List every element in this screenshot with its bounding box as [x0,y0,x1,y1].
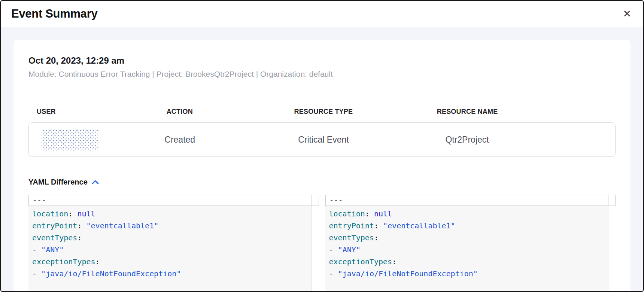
column-header-resource-name: RESOURCE NAME [395,108,539,116]
event-timestamp: Oct 20, 2023, 12:29 am [28,55,616,66]
action-value: Created [108,135,252,145]
column-header-resource-type: RESOURCE TYPE [252,108,395,116]
resource-name-value: Qtr2Project [395,135,539,145]
yaml-doc-separator-right: --- [325,195,609,206]
column-header-user: USER [28,108,108,116]
scrollbar-corner-right[interactable] [608,195,616,206]
yaml-diff-container: --- location: nullentryPoint: "eventcall… [28,195,616,291]
table-header-row: USER ACTION RESOURCE TYPE RESOURCE NAME [28,108,616,116]
chevron-up-icon [92,180,99,185]
event-summary-modal: Event Summary ✕ Oct 20, 2023, 12:29 am M… [0,0,644,292]
column-header-action: ACTION [108,108,252,116]
diff-topbar-left: --- [28,195,319,206]
diff-topbar-right: --- [325,195,616,206]
resource-type-value: Critical Event [252,135,395,145]
user-cell [29,129,108,150]
yaml-diff-panel-left: --- location: nullentryPoint: "eventcall… [28,195,319,291]
diff-body-right: location: nullentryPoint: "eventcallable… [325,206,616,291]
yaml-code-left: location: nullentryPoint: "eventcallable… [32,208,308,280]
page-title: Event Summary [11,7,97,21]
yaml-doc-separator-left: --- [28,195,312,206]
separator-text: --- [329,196,343,205]
scrollbar-corner-left[interactable] [312,195,319,206]
modal-body: Oct 20, 2023, 12:29 am Module: Continuou… [1,27,643,291]
yaml-difference-toggle[interactable]: YAML Difference [28,178,99,186]
diff-body-left: location: nullentryPoint: "eventcallable… [28,206,319,291]
yaml-diff-panel-right: --- location: nullentryPoint: "eventcall… [325,195,616,291]
event-card: Oct 20, 2023, 12:29 am Module: Continuou… [13,40,631,291]
yaml-difference-label: YAML Difference [28,178,88,186]
user-redacted-pattern [42,129,98,150]
yaml-code-right: location: nullentryPoint: "eventcallable… [329,208,605,280]
modal-header: Event Summary ✕ [1,1,643,27]
event-meta: Module: Continuous Error Tracking | Proj… [28,70,616,79]
table-row: Created Critical Event Qtr2Project [28,122,616,157]
separator-text: --- [33,196,46,205]
close-icon[interactable]: ✕ [622,7,632,21]
vertical-scrollbar-left[interactable] [312,206,319,291]
vertical-scrollbar-right[interactable] [608,206,616,291]
